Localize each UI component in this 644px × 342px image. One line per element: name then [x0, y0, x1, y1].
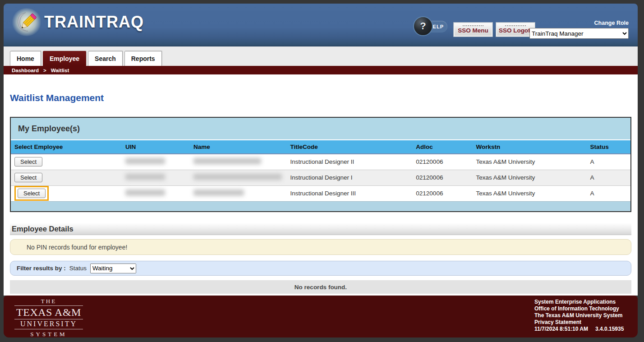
tab-reports[interactable]: Reports: [124, 51, 162, 66]
redacted-name: [193, 189, 244, 196]
titlecode-cell: Instructional Designer II: [286, 154, 412, 170]
col-name: Name: [190, 140, 286, 154]
breadcrumb: Dashboard > Waitlist: [4, 66, 638, 74]
footer-line: System Enterprise Applications: [534, 299, 624, 305]
change-role-group: Change Role TrainTraq Manager: [529, 20, 629, 39]
status-label: Status: [69, 265, 87, 272]
titlecode-cell: Instructional Designer I: [286, 170, 412, 185]
my-employees-panel: My Employee(s) Select Employee UIN Name …: [10, 117, 631, 212]
breadcrumb-waitlist[interactable]: Waitlist: [51, 68, 69, 73]
role-select[interactable]: TrainTraq Manager: [529, 28, 629, 39]
table-header-row: Select Employee UIN Name TitleCode Adloc…: [11, 140, 630, 154]
breadcrumb-dashboard[interactable]: Dashboard: [12, 68, 39, 73]
footer-timestamp: 11/7/2024 8:51:10 AM: [534, 326, 588, 332]
footer-line: Office of Information Technology: [534, 305, 624, 312]
page-footer: THE TEXAS A&M UNIVERSITY SYSTEM System E…: [4, 296, 638, 337]
tamus-logo: THE TEXAS A&M UNIVERSITY SYSTEM: [14, 298, 83, 338]
footer-version: 3.4.0.15935: [595, 326, 624, 332]
redacted-uin: [125, 189, 165, 196]
change-role-label: Change Role: [529, 20, 629, 26]
help-question-icon[interactable]: ?: [413, 16, 433, 36]
employees-table: Select Employee UIN Name TitleCode Adloc…: [11, 140, 630, 201]
no-pin-alert: No PIN records found for employee!: [10, 239, 631, 255]
titlecode-cell: Instructional Designer III: [286, 185, 412, 201]
adloc-cell: 02120006: [412, 185, 472, 201]
adloc-cell: 02120006: [412, 170, 472, 185]
tab-home[interactable]: Home: [10, 51, 41, 66]
select-employee-button-3[interactable]: Select: [18, 189, 46, 198]
table-row: Select Instructional Designer III 021200…: [11, 185, 630, 201]
status-cell: A: [586, 170, 630, 185]
help-button[interactable]: ? HELP: [415, 21, 447, 32]
col-select-employee: Select Employee: [11, 140, 122, 154]
redacted-name: [193, 158, 261, 164]
col-uin: UIN: [122, 140, 190, 154]
workstn-cell: Texas A&M University: [473, 154, 587, 170]
breadcrumb-separator: >: [43, 68, 46, 73]
col-titlecode: TitleCode: [286, 140, 412, 154]
tamus-logo-line: UNIVERSITY: [14, 319, 83, 329]
filter-bar: Filter results by : Status Waiting: [10, 261, 631, 276]
redacted-uin: [125, 174, 165, 180]
nav-tabs: Home Employee Search Reports: [4, 46, 638, 66]
workstn-cell: Texas A&M University: [473, 170, 587, 185]
footer-info: System Enterprise Applications Office of…: [534, 299, 624, 333]
my-employees-title: My Employee(s): [11, 118, 630, 140]
redacted-name: [193, 174, 282, 180]
main-content: Waitlist Management My Employee(s) Selec…: [4, 74, 638, 296]
select-employee-button-2[interactable]: Select: [14, 173, 42, 182]
app-title: TRAINTRAQ: [44, 13, 144, 32]
select-employee-button-1[interactable]: Select: [14, 157, 42, 166]
adloc-cell: 02120006: [412, 154, 472, 170]
app-header: TRAINTRAQ ? HELP SSO Menu SSO Logoff Cha…: [4, 4, 638, 46]
table-footer-band: [11, 201, 630, 211]
redacted-uin: [125, 158, 165, 164]
filter-label: Filter results by :: [17, 265, 66, 272]
footer-line: The Texas A&M University System: [534, 312, 624, 319]
privacy-statement-link[interactable]: Privacy Statement: [534, 319, 624, 326]
sso-menu-button[interactable]: SSO Menu: [454, 23, 492, 37]
app-logo: TRAINTRAQ: [12, 8, 144, 36]
workstn-cell: Texas A&M University: [473, 185, 587, 201]
employee-details-header: Employee Details: [10, 223, 631, 235]
status-cell: A: [586, 154, 630, 170]
app-window: TRAINTRAQ ? HELP SSO Menu SSO Logoff Cha…: [4, 4, 638, 337]
page-title: Waitlist Management: [10, 74, 631, 103]
table-row: Select Instructional Designer II 0212000…: [11, 154, 630, 170]
no-records-message: No records found.: [10, 280, 631, 294]
tab-employee[interactable]: Employee: [43, 51, 86, 66]
footer-version-line: 11/7/2024 8:51:10 AM3.4.0.15935: [534, 326, 624, 333]
highlight-annotation-box: Select: [14, 186, 49, 201]
pencil-icon: [12, 8, 41, 36]
table-row: Select Instructional Designer I 02120006…: [11, 170, 630, 185]
tamus-logo-line: THE: [14, 298, 83, 306]
col-workstn: Workstn: [473, 140, 587, 154]
tamus-logo-line: TEXAS A&M: [14, 306, 83, 319]
col-status: Status: [586, 140, 630, 154]
col-adloc: Adloc: [412, 140, 472, 154]
tamus-logo-line: SYSTEM: [14, 329, 83, 338]
tab-search[interactable]: Search: [88, 51, 123, 66]
status-filter-select[interactable]: Waiting: [90, 263, 136, 273]
status-cell: A: [586, 185, 630, 201]
